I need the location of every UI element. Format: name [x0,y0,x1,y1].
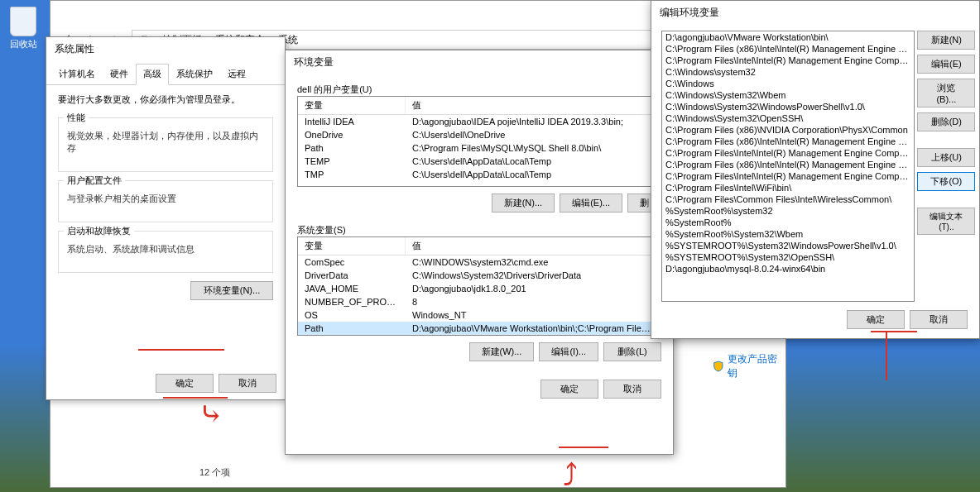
startup-desc: 系统启动、系统故障和调试信息 [67,243,264,256]
profile-title: 用户配置文件 [64,174,125,187]
sys-delete-button[interactable]: 删除(L) [603,342,661,361]
status-bar: 12 个项 [199,466,230,479]
path-new-button[interactable]: 新建(N) [917,31,975,50]
ok-button[interactable]: 确定 [156,374,214,393]
col-variable[interactable]: 变量 [298,237,406,255]
tab-hardware[interactable]: 硬件 [103,64,136,84]
user-vars-label: dell 的用户变量(U) [297,84,661,96]
user-edit-button[interactable]: 编辑(E)... [560,193,622,213]
edit-env-dialog: 编辑环境变量 D:\agongjubao\VMware Workstation\… [651,0,980,339]
performance-title: 性能 [64,112,89,124]
table-row[interactable]: PathD:\agongjubao\VMware Workstation\bin… [298,322,661,335]
tab-advanced[interactable]: 高级 [136,64,169,85]
edit-ok-button[interactable]: 确定 [847,310,905,329]
list-item[interactable]: C:\Windows\System32\WindowsPowerShell\v1… [662,101,914,112]
list-item[interactable]: %SYSTEMROOT%\System32\OpenSSH\ [662,251,914,263]
list-item[interactable]: C:\Program Files\Intel\WiFi\bin\ [662,182,914,193]
list-item[interactable]: C:\Program Files\Intel\Intel(R) Manageme… [662,55,914,66]
user-vars-list[interactable]: 变量 值 IntelliJ IDEAD:\agongjubao\IDEA poj… [297,96,661,187]
env-vars-dialog: 环境变量 dell 的用户变量(U) 变量 值 IntelliJ IDEAD:\… [285,50,674,455]
sys-new-button[interactable]: 新建(W)... [469,342,535,361]
list-item[interactable]: C:\Windows\system32 [662,66,914,78]
change-product-key-link[interactable]: 更改产品密钥 [713,352,785,380]
performance-group: 性能 视觉效果，处理器计划，内存使用，以及虚拟内存 [58,117,273,172]
path-delete-button[interactable]: 删除(D) [917,112,975,131]
list-item[interactable]: C:\Program Files\Intel\Intel(R) Manageme… [662,170,914,182]
profile-group: 用户配置文件 与登录帐户相关的桌面设置 [58,180,273,222]
edit-dialog-title: 编辑环境变量 [651,1,979,26]
recycle-bin[interactable]: 回收站 [7,7,40,50]
sys-edit-button[interactable]: 编辑(I)... [539,342,598,361]
table-row[interactable]: TEMPC:\Users\dell\AppData\Local\Temp [298,155,661,168]
list-item[interactable]: C:\Windows\System32\OpenSSH\ [662,112,914,124]
list-item[interactable]: C:\Program Files (x86)\Intel\Intel(R) Ma… [662,43,914,55]
col-value[interactable]: 值 [406,237,661,255]
table-row[interactable]: DriverDataC:\Windows\System32\Drivers\Dr… [298,269,661,282]
list-item[interactable]: D:\agongjubao\mysql-8.0.24-winx64\bin [662,263,914,275]
env-cancel-button[interactable]: 取消 [603,380,661,399]
tab-computer-name[interactable]: 计算机名 [51,64,103,84]
list-item[interactable]: C:\Windows\System32\Wbem [662,89,914,101]
table-row[interactable]: JAVA_HOMED:\agongjubao\jdk1.8.0_201 [298,282,661,295]
path-edit-text-button[interactable]: 编辑文本(T).. [917,208,975,235]
user-new-button[interactable]: 新建(N)... [492,193,555,213]
edit-cancel-button[interactable]: 取消 [910,310,968,329]
sys-vars-label: 系统变量(S) [297,224,661,236]
sys-vars-list[interactable]: 变量 值 ComSpecC:\WINDOWS\system32\cmd.exeD… [297,236,661,336]
path-down-button[interactable]: 下移(O) [917,172,975,191]
table-row[interactable]: OSWindows_NT [298,308,661,322]
recycle-bin-label: 回收站 [7,38,40,50]
col-value[interactable]: 值 [406,97,661,114]
table-row[interactable]: TMPC:\Users\dell\AppData\Local\Temp [298,168,661,181]
table-row[interactable]: OneDriveC:\Users\dell\OneDrive [298,128,661,141]
list-item[interactable]: %SystemRoot% [662,217,914,228]
startup-group: 启动和故障恢复 系统启动、系统故障和调试信息 [58,231,273,273]
tab-system-protection[interactable]: 系统保护 [169,64,220,84]
table-row[interactable]: PathC:\Program Files\MySQL\MySQL Shell 8… [298,141,661,155]
shield-icon [713,361,724,372]
path-edit-button[interactable]: 编辑(E) [917,55,975,74]
tab-remote[interactable]: 远程 [220,64,253,84]
env-dialog-title: 环境变量 [286,50,673,75]
system-properties-dialog: 系统属性 计算机名 硬件 高级 系统保护 远程 要进行大多数更改，你必须作为管理… [46,36,286,400]
path-entries-list[interactable]: D:\agongjubao\VMware Workstation\bin\C:\… [661,31,915,302]
path-up-button[interactable]: 上移(U) [917,148,975,167]
performance-desc: 视觉效果，处理器计划，内存使用，以及虚拟内存 [67,130,264,155]
col-variable[interactable]: 变量 [298,97,406,114]
table-row[interactable]: ComSpecC:\WINDOWS\system32\cmd.exe [298,256,661,269]
list-item[interactable]: %SYSTEMROOT%\System32\WindowsPowerShell\… [662,240,914,251]
cancel-button[interactable]: 取消 [219,374,276,393]
table-row[interactable]: NUMBER_OF_PROCESSORS8 [298,295,661,308]
admin-note: 要进行大多数更改，你必须作为管理员登录。 [58,93,273,106]
table-row[interactable]: IntelliJ IDEAD:\agongjubao\IDEA pojie\In… [298,115,661,128]
profile-desc: 与登录帐户相关的桌面设置 [67,193,264,205]
dialog-title: 系统属性 [46,37,285,62]
list-item[interactable]: C:\Program Files\Intel\Intel(R) Manageme… [662,147,914,159]
recycle-icon [10,7,36,36]
list-item[interactable]: C:\Program Files (x86)\NVIDIA Corporatio… [662,124,914,136]
list-item[interactable]: C:\Program Files (x86)\Intel\Intel(R) Ma… [662,136,914,147]
tab-strip: 计算机名 硬件 高级 系统保护 远程 [46,62,285,85]
list-item[interactable]: C:\Program Files\Common Files\Intel\Wire… [662,193,914,205]
startup-title: 启动和故障恢复 [64,225,134,237]
list-item[interactable]: %SystemRoot%\System32\Wbem [662,228,914,240]
list-item[interactable]: D:\agongjubao\VMware Workstation\bin\ [662,31,914,43]
env-ok-button[interactable]: 确定 [540,380,598,399]
path-browse-button[interactable]: 浏览(B)... [917,79,975,107]
list-item[interactable]: %SystemRoot%\system32 [662,205,914,217]
env-vars-button[interactable]: 环境变量(N)... [190,281,273,300]
list-item[interactable]: C:\Program Files (x86)\Intel\Intel(R) Ma… [662,159,914,170]
list-item[interactable]: C:\Windows [662,78,914,89]
